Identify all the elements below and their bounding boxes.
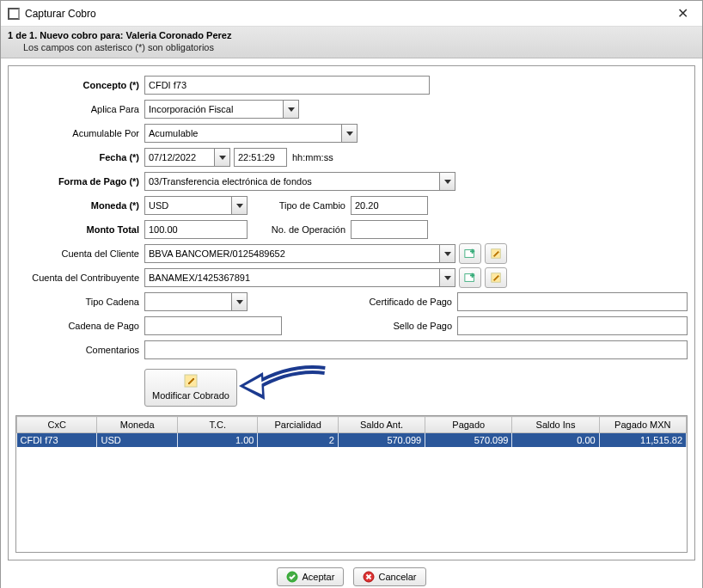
label-moneda: Moneda (*) (15, 200, 144, 211)
cell-saldo-ant: 570.099 (338, 433, 425, 448)
tipo-cadena-select[interactable] (144, 292, 248, 311)
cell-saldo-ins: 0.00 (512, 433, 599, 448)
chevron-down-icon[interactable] (439, 269, 455, 286)
cuenta-contrib-value: BANAMEX/1425367891 (145, 273, 439, 283)
cuenta-cliente-value: BBVA BANCOMER/0125489652 (145, 248, 439, 259)
annotation-arrow-icon (239, 362, 333, 408)
fecha-value: 07/12/2022 (145, 152, 214, 162)
label-aplica-para: Aplica Para (15, 104, 144, 114)
edit-icon (490, 272, 502, 284)
cell-tc: 1.00 (177, 433, 257, 448)
label-cuenta-contrib: Cuenta del Contribuyente (15, 273, 144, 283)
aceptar-label: Aceptar (302, 572, 334, 582)
col-saldo-ant[interactable]: Saldo Ant. (338, 417, 425, 433)
edit-note-icon (183, 373, 199, 389)
tipo-cambio-input[interactable] (351, 196, 428, 215)
concepto-input[interactable] (144, 76, 430, 95)
monto-input[interactable] (144, 220, 248, 239)
label-hhmmss: hh:mm:ss (292, 152, 333, 162)
col-cxc[interactable]: CxC (17, 417, 97, 433)
label-fecha: Fecha (*) (15, 152, 144, 162)
moneda-value: USD (145, 200, 231, 211)
col-parcialidad[interactable]: Parcialidad (258, 417, 338, 433)
edit-icon (490, 248, 502, 260)
edit-contrib-button[interactable] (485, 267, 507, 288)
chevron-down-icon[interactable] (283, 101, 298, 118)
window-title: Capturar Cobro (25, 8, 669, 20)
acumulable-select[interactable]: Acumulable (144, 124, 358, 143)
label-comentarios: Comentarios (15, 345, 144, 355)
label-acumulable: Acumulable Por (15, 128, 144, 138)
modificar-label: Modificar Cobrado (152, 390, 229, 401)
aceptar-button[interactable]: Aceptar (277, 567, 344, 586)
titlebar: Capturar Cobro ✕ (1, 1, 702, 27)
fecha-input[interactable]: 07/12/2022 (144, 148, 230, 167)
add-icon (464, 272, 476, 284)
svg-marker-10 (244, 377, 262, 395)
edit-account-button[interactable] (485, 243, 507, 264)
col-pagado[interactable]: Pagado (425, 417, 512, 433)
chevron-down-icon[interactable] (214, 149, 229, 166)
label-monto: Monto Total (15, 224, 144, 235)
label-cadena-pago: Cadena de Pago (15, 321, 144, 331)
cell-moneda: USD (97, 433, 177, 448)
sello-pago-input (457, 316, 688, 335)
cobros-grid[interactable]: CxC Moneda T.C. Parcialidad Saldo Ant. P… (15, 415, 688, 553)
label-forma-pago: Forma de Pago (*) (15, 176, 144, 187)
cadena-pago-input (144, 316, 282, 335)
chevron-down-icon[interactable] (439, 245, 455, 262)
label-tipo-cadena: Tipo Cadena (15, 297, 144, 307)
cell-parcialidad: 2 (258, 433, 338, 448)
header-band: 1 de 1. Nuevo cobro para: Valeria Corona… (1, 27, 702, 58)
chevron-down-icon[interactable] (231, 293, 247, 310)
add-account-button[interactable] (459, 243, 481, 264)
label-certificado: Certificado de Pago (248, 297, 457, 307)
chevron-down-icon[interactable] (341, 125, 357, 142)
cell-cxc: CFDI f73 (17, 433, 97, 448)
col-pagado-mxn[interactable]: Pagado MXN (599, 417, 686, 433)
cuenta-cliente-select[interactable]: BBVA BANCOMER/0125489652 (144, 244, 455, 263)
label-concepto: Concepto (*) (15, 80, 144, 90)
aplica-para-select[interactable]: Incorporación Fiscal (144, 100, 299, 119)
chevron-down-icon[interactable] (231, 197, 247, 214)
check-circle-icon (286, 571, 298, 583)
header-line1: 1 de 1. Nuevo cobro para: Valeria Corona… (8, 30, 695, 40)
add-icon (464, 248, 476, 260)
forma-pago-select[interactable]: 03/Transferencia electrónica de fondos (144, 172, 455, 191)
add-contrib-button[interactable] (459, 267, 481, 288)
label-no-op: No. de Operación (248, 224, 351, 235)
label-cuenta-cliente: Cuenta del Cliente (15, 248, 144, 259)
table-row[interactable]: CFDI f73 USD 1.00 2 570.099 570.099 0.00… (17, 433, 687, 448)
cell-pagado-mxn: 11,515.82 (599, 433, 686, 448)
forma-pago-value: 03/Transferencia electrónica de fondos (145, 176, 439, 187)
cancelar-label: Cancelar (378, 572, 416, 582)
col-tc[interactable]: T.C. (177, 417, 257, 433)
cuenta-contrib-select[interactable]: BANAMEX/1425367891 (144, 268, 455, 287)
header-line2: Los campos con asterisco (*) son obligat… (23, 42, 695, 52)
certificado-input (457, 292, 688, 311)
label-sello: Sello de Pago (282, 321, 457, 331)
comentarios-input[interactable] (144, 340, 688, 359)
close-icon[interactable]: ✕ (669, 5, 695, 21)
cancel-circle-icon (363, 571, 375, 583)
chevron-down-icon[interactable] (439, 173, 455, 190)
cancelar-button[interactable]: Cancelar (353, 567, 425, 586)
modificar-cobrado-button[interactable]: Modificar Cobrado (144, 369, 237, 407)
no-op-input[interactable] (351, 220, 428, 239)
col-moneda[interactable]: Moneda (97, 417, 177, 433)
app-logo-icon (8, 8, 20, 20)
moneda-select[interactable]: USD (144, 196, 248, 215)
hora-input[interactable] (234, 148, 287, 167)
svg-marker-9 (239, 372, 265, 400)
aplica-para-value: Incorporación Fiscal (145, 104, 283, 114)
acumulable-value: Acumulable (145, 128, 341, 138)
label-tipo-cambio: Tipo de Cambio (248, 200, 351, 211)
cell-pagado: 570.099 (425, 433, 512, 448)
col-saldo-ins[interactable]: Saldo Ins (512, 417, 599, 433)
